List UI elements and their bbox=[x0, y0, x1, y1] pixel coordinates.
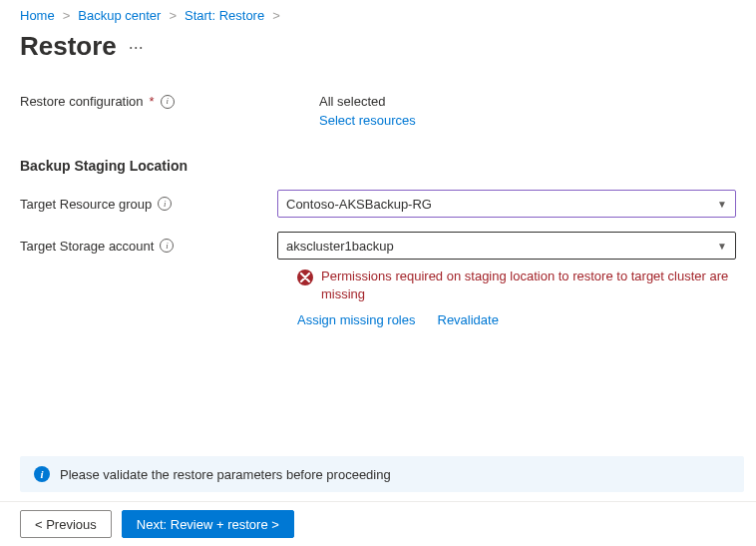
resource-group-select[interactable]: Contoso-AKSBackup-RG ▼ bbox=[277, 190, 736, 218]
more-menu-icon[interactable]: ··· bbox=[129, 38, 144, 56]
chevron-right-icon: > bbox=[169, 8, 177, 23]
breadcrumbs: Home > Backup center > Start: Restore > bbox=[0, 0, 756, 23]
revalidate-link[interactable]: Revalidate bbox=[438, 312, 499, 327]
next-review-restore-button[interactable]: Next: Review + restore > bbox=[122, 510, 294, 538]
select-resources-link[interactable]: Select resources bbox=[319, 113, 416, 128]
resource-group-value: Contoso-AKSBackup-RG bbox=[286, 197, 432, 212]
restore-config-status: All selected bbox=[319, 90, 736, 109]
info-icon: i bbox=[34, 466, 50, 482]
info-icon[interactable]: i bbox=[160, 239, 174, 253]
section-heading-staging: Backup Staging Location bbox=[0, 158, 756, 190]
breadcrumb-home[interactable]: Home bbox=[20, 8, 55, 23]
chevron-right-icon: > bbox=[63, 8, 71, 23]
page-title: Restore bbox=[20, 31, 117, 62]
resource-group-label: Target Resource group bbox=[20, 197, 152, 212]
info-icon[interactable]: i bbox=[161, 95, 175, 109]
chevron-right-icon: > bbox=[272, 8, 280, 23]
required-asterisk: * bbox=[150, 94, 155, 109]
footer-actions: < Previous Next: Review + restore > bbox=[0, 501, 756, 546]
breadcrumb-start-restore[interactable]: Start: Restore bbox=[185, 8, 264, 23]
info-icon[interactable]: i bbox=[158, 197, 172, 211]
chevron-down-icon: ▼ bbox=[717, 199, 727, 210]
previous-button[interactable]: < Previous bbox=[20, 510, 112, 538]
storage-account-select[interactable]: akscluster1backup ▼ bbox=[277, 232, 736, 260]
breadcrumb-backup-center[interactable]: Backup center bbox=[78, 8, 161, 23]
chevron-down-icon: ▼ bbox=[717, 241, 727, 252]
assign-roles-link[interactable]: Assign missing roles bbox=[297, 312, 416, 327]
storage-account-value: akscluster1backup bbox=[286, 239, 394, 254]
error-icon bbox=[297, 270, 313, 285]
validation-notice: i Please validate the restore parameters… bbox=[20, 456, 744, 492]
error-message: Permissions required on staging location… bbox=[321, 268, 736, 302]
notice-text: Please validate the restore parameters b… bbox=[60, 467, 391, 482]
restore-config-label: Restore configuration bbox=[20, 94, 144, 109]
storage-account-label: Target Storage account bbox=[20, 239, 154, 254]
